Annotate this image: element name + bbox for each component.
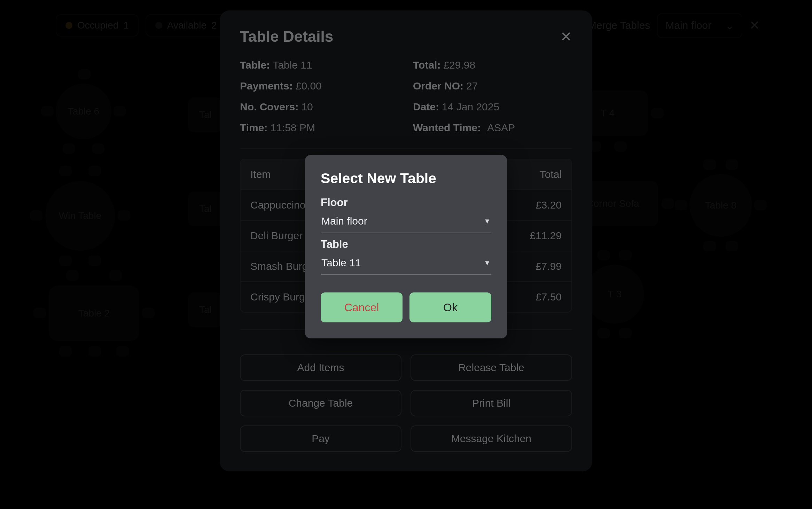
total-label: Total: xyxy=(413,59,440,71)
table-select-value: Table 11 xyxy=(321,257,361,269)
wanted-value: ASAP xyxy=(487,122,515,133)
time-label: Time: xyxy=(240,122,267,133)
caret-down-icon: ▼ xyxy=(484,259,491,267)
select-new-table-modal: Select New Table Floor Main floor ▼ Tabl… xyxy=(305,155,507,338)
covers-label: No. Covers: xyxy=(240,101,298,112)
table-select[interactable]: Table 11 ▼ xyxy=(321,253,491,275)
table-label: Table: xyxy=(240,59,270,71)
floor-field-label: Floor xyxy=(321,196,491,209)
add-items-button[interactable]: Add Items xyxy=(240,354,401,381)
orderno-value: 27 xyxy=(466,80,478,92)
date-label: Date: xyxy=(413,101,439,112)
message-kitchen-button[interactable]: Message Kitchen xyxy=(411,425,572,452)
orderno-label: Order NO: xyxy=(413,80,463,92)
table-value: Table 11 xyxy=(273,59,312,71)
floor-select[interactable]: Main floor ▼ xyxy=(321,211,491,233)
floor-select-value: Main floor xyxy=(321,215,367,227)
change-table-button[interactable]: Change Table xyxy=(240,390,401,416)
print-bill-button[interactable]: Print Bill xyxy=(411,390,572,416)
caret-down-icon: ▼ xyxy=(484,217,491,225)
total-value: £29.98 xyxy=(443,59,475,71)
table-field-label: Table xyxy=(321,238,491,251)
release-table-button[interactable]: Release Table xyxy=(411,354,572,381)
close-icon[interactable]: ✕ xyxy=(560,29,572,45)
payments-label: Payments: xyxy=(240,80,293,92)
date-value: 14 Jan 2025 xyxy=(442,101,499,112)
pay-button[interactable]: Pay xyxy=(240,425,401,452)
payments-value: £0.00 xyxy=(296,80,322,92)
ok-button[interactable]: Ok xyxy=(409,292,491,322)
cancel-button[interactable]: Cancel xyxy=(321,292,403,322)
select-modal-title: Select New Table xyxy=(321,170,491,187)
wanted-label: Wanted Time: xyxy=(413,122,481,133)
details-title: Table Details xyxy=(240,28,333,45)
covers-value: 10 xyxy=(301,101,313,112)
time-value: 11:58 PM xyxy=(270,122,315,133)
